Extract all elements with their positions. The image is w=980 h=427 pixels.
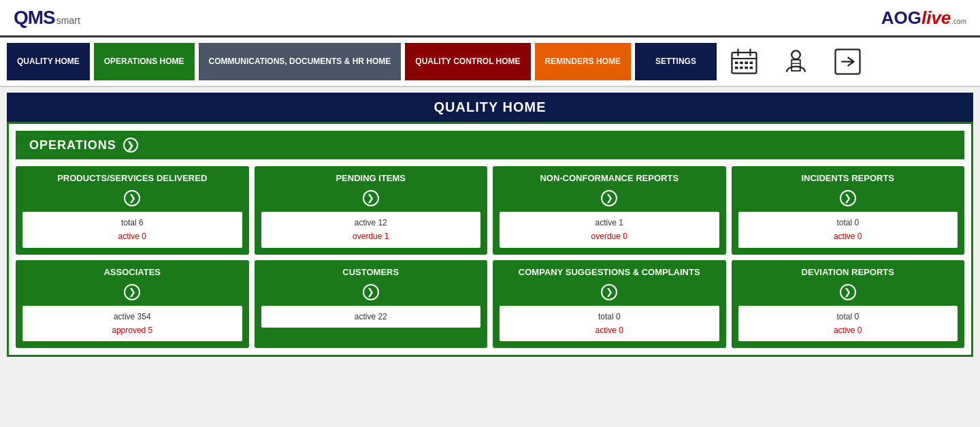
card-pending-icon[interactable]: ❯ xyxy=(261,190,481,206)
customers-circle-arrow-icon[interactable]: ❯ xyxy=(363,284,379,300)
card-incidents-title: INCIDENTS REPORTS xyxy=(738,173,958,185)
svg-rect-13 xyxy=(792,60,801,71)
card-incidents-stats: total 0 active 0 xyxy=(738,212,958,248)
card-customers-stats: active 22 xyxy=(261,306,481,328)
suggestions-circle-arrow-icon[interactable]: ❯ xyxy=(601,284,617,300)
card-non-conformance: NON-CONFORMANCE REPORTS ❯ active 1 overd… xyxy=(493,166,726,255)
nonconformance-stat1: active 1 xyxy=(506,216,713,230)
deviation-circle-arrow-icon[interactable]: ❯ xyxy=(840,284,856,300)
logout-icon-button[interactable] xyxy=(824,43,872,80)
card-deviation-stats: total 0 active 0 xyxy=(738,306,958,342)
person-icon-button[interactable] xyxy=(772,43,820,80)
suggestions-stat2: active 0 xyxy=(506,323,713,337)
card-customers: CUSTOMERS ❯ active 22 xyxy=(255,260,488,349)
page-title: QUALITY HOME xyxy=(7,93,973,122)
associates-stat1: active 354 xyxy=(29,310,235,323)
incidents-stat2: active 0 xyxy=(745,230,951,243)
cards-row1: PRODUCTS/SERVICES DELIVERED ❯ total 6 ac… xyxy=(16,166,964,255)
deviation-stat1: total 0 xyxy=(745,310,951,323)
suggestions-stat1: total 0 xyxy=(506,310,713,323)
products-stat2: active 0 xyxy=(29,230,235,243)
card-pending-title: PENDING ITEMS xyxy=(261,173,481,185)
card-customers-icon[interactable]: ❯ xyxy=(261,284,481,300)
pending-stat2: overdue 1 xyxy=(268,230,474,243)
qms-logo: QMS smart xyxy=(14,7,80,29)
card-nonconformance-stats: active 1 overdue 0 xyxy=(500,212,719,248)
card-products-title: PRODUCTS/SERVICES DELIVERED xyxy=(22,173,242,185)
svg-rect-5 xyxy=(740,62,744,65)
nav-communications[interactable]: COMMUNICATIONS, DOCUMENTS & HR HOME xyxy=(199,43,402,80)
card-products-icon[interactable]: ❯ xyxy=(22,190,242,206)
nav-quality-home[interactable]: QUALITY HOME xyxy=(7,43,90,80)
smart-text: smart xyxy=(56,15,80,26)
nav-settings[interactable]: SETTINGS xyxy=(635,43,717,80)
operations-header[interactable]: OPERATIONS ❯ xyxy=(16,131,964,159)
card-nonconformance-title: NON-CONFORMANCE REPORTS xyxy=(500,173,719,185)
svg-rect-10 xyxy=(745,67,749,69)
card-products-services: PRODUCTS/SERVICES DELIVERED ❯ total 6 ac… xyxy=(16,166,249,255)
svg-rect-8 xyxy=(735,67,738,69)
card-deviation-title: DEVIATION REPORTS xyxy=(738,267,958,279)
card-associates-icon[interactable]: ❯ xyxy=(22,284,242,300)
card-associates-stats: active 354 approved 5 xyxy=(22,306,242,342)
nav-operations-home[interactable]: OPERATIONS HOME xyxy=(94,43,195,80)
cards-row2: ASSOCIATES ❯ active 354 approved 5 CUSTO… xyxy=(16,260,964,349)
card-nonconformance-icon[interactable]: ❯ xyxy=(500,190,719,206)
nav-quality-control[interactable]: QUALITY CONTROL HOME xyxy=(405,43,530,80)
products-stat1: total 6 xyxy=(29,216,235,230)
aog-text: AOG xyxy=(881,7,921,29)
qms-text: QMS xyxy=(14,7,55,29)
navigation: QUALITY HOME OPERATIONS HOME COMMUNICATI… xyxy=(0,37,980,87)
products-circle-arrow-icon[interactable]: ❯ xyxy=(124,190,140,206)
card-company-suggestions: COMPANY SUGGESTIONS & COMPLAINTS ❯ total… xyxy=(493,260,726,349)
header: QMS smart AOG live .com xyxy=(0,0,980,37)
card-pending-items: PENDING ITEMS ❯ active 12 overdue 1 xyxy=(255,166,488,255)
deviation-stat2: active 0 xyxy=(745,323,951,337)
associates-circle-arrow-icon[interactable]: ❯ xyxy=(124,284,140,300)
card-incidents-icon[interactable]: ❯ xyxy=(738,190,958,206)
svg-rect-7 xyxy=(750,62,753,65)
pending-circle-arrow-icon[interactable]: ❯ xyxy=(363,190,379,206)
associates-stat2: approved 5 xyxy=(29,323,235,337)
incidents-stat1: total 0 xyxy=(745,216,951,230)
nonconformance-circle-arrow-icon[interactable]: ❯ xyxy=(601,190,617,206)
svg-rect-11 xyxy=(750,67,753,69)
live-text: live xyxy=(921,7,951,29)
nav-reminders[interactable]: REMINDERS HOME xyxy=(535,43,631,80)
operations-arrow-icon: ❯ xyxy=(123,138,138,153)
card-associates-title: ASSOCIATES xyxy=(22,267,242,279)
customers-stat1: active 22 xyxy=(268,310,474,323)
svg-point-12 xyxy=(792,50,801,59)
svg-rect-6 xyxy=(745,62,749,65)
pending-stat1: active 12 xyxy=(268,216,474,230)
svg-rect-4 xyxy=(735,62,738,65)
aog-logo: AOG live .com xyxy=(881,7,966,29)
card-incidents: INCIDENTS REPORTS ❯ total 0 active 0 xyxy=(732,166,965,255)
com-text: .com xyxy=(951,18,966,25)
card-pending-stats: active 12 overdue 1 xyxy=(261,212,481,248)
main-content: OPERATIONS ❯ PRODUCTS/SERVICES DELIVERED… xyxy=(7,122,973,357)
card-suggestions-icon[interactable]: ❯ xyxy=(500,284,719,300)
card-products-stats: total 6 active 0 xyxy=(22,212,242,248)
card-suggestions-stats: total 0 active 0 xyxy=(500,306,719,342)
svg-rect-9 xyxy=(740,67,744,69)
nonconformance-stat2: overdue 0 xyxy=(506,230,713,243)
card-associates: ASSOCIATES ❯ active 354 approved 5 xyxy=(16,260,249,349)
operations-label: OPERATIONS xyxy=(29,138,116,153)
calendar-icon-button[interactable] xyxy=(721,43,768,80)
card-deviation-icon[interactable]: ❯ xyxy=(738,284,958,300)
card-deviation-reports: DEVIATION REPORTS ❯ total 0 active 0 xyxy=(732,260,965,349)
card-suggestions-title: COMPANY SUGGESTIONS & COMPLAINTS xyxy=(500,267,719,279)
card-customers-title: CUSTOMERS xyxy=(261,267,481,279)
incidents-circle-arrow-icon[interactable]: ❯ xyxy=(840,190,856,206)
